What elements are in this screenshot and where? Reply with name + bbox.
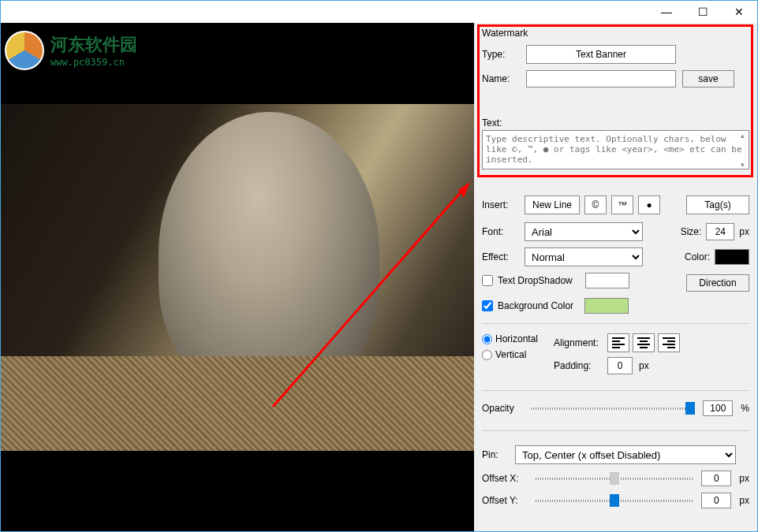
divider-3 <box>482 430 749 431</box>
effect-label: Effect: <box>482 251 520 262</box>
textarea-scroll-down-icon[interactable]: ▾ <box>737 161 748 170</box>
text-color-swatch[interactable] <box>715 249 749 265</box>
font-select[interactable]: Arial <box>525 222 643 241</box>
horizontal-radio[interactable] <box>482 334 492 344</box>
pin-label: Pin: <box>482 449 509 460</box>
save-button[interactable]: save <box>682 70 734 87</box>
offset-y-value[interactable] <box>701 493 731 508</box>
watermark-section-title: Watermark <box>482 28 749 39</box>
offset-x-label: Offset X: <box>482 473 528 484</box>
size-input[interactable] <box>706 223 734 240</box>
type-label: Type: <box>482 49 520 60</box>
minimize-button[interactable]: — <box>648 1 685 23</box>
logo-icon <box>5 31 44 70</box>
text-label: Text: <box>482 117 749 128</box>
bullet-button[interactable]: ● <box>638 195 660 214</box>
preview-image <box>1 104 474 451</box>
padding-label: Padding: <box>554 360 601 371</box>
insert-label: Insert: <box>482 199 520 210</box>
textarea-scroll-up-icon[interactable]: ▴ <box>737 132 748 141</box>
effect-select[interactable]: Normal <box>525 247 643 266</box>
offset-y-slider[interactable] <box>536 493 693 508</box>
close-button[interactable]: ✕ <box>721 1 757 23</box>
direction-button[interactable]: Direction <box>686 274 749 292</box>
type-button[interactable]: Text Banner <box>526 45 676 64</box>
opacity-value[interactable] <box>703 400 733 416</box>
window-titlebar: — ☐ ✕ <box>1 1 757 23</box>
opacity-slider[interactable] <box>531 400 695 416</box>
horizontal-label: Horizontal <box>495 333 538 344</box>
vertical-radio[interactable] <box>482 350 492 360</box>
offset-x-slider[interactable] <box>536 471 693 486</box>
dropshadow-color-swatch[interactable] <box>585 273 629 288</box>
color-label: Color: <box>685 251 710 262</box>
opacity-unit: % <box>741 403 749 414</box>
align-left-button[interactable] <box>607 333 629 352</box>
trademark-button[interactable]: ™ <box>611 195 633 214</box>
newline-button[interactable]: New Line <box>525 195 580 214</box>
padding-input[interactable] <box>607 357 633 374</box>
size-unit: px <box>739 226 749 237</box>
copyright-button[interactable]: © <box>584 195 607 214</box>
bgcolor-swatch[interactable] <box>584 298 629 314</box>
pin-select[interactable]: Top, Center (x offset Disabled) <box>515 445 736 464</box>
divider <box>482 323 749 324</box>
tags-button[interactable]: Tag(s) <box>686 195 749 214</box>
divider-2 <box>482 390 749 391</box>
logo-watermark: 河东软件园 www.pc0359.cn <box>5 27 162 74</box>
padding-unit: px <box>639 360 649 371</box>
dropshadow-checkbox[interactable] <box>482 275 493 286</box>
offset-x-value[interactable] <box>701 471 731 486</box>
bgcolor-checkbox[interactable] <box>482 300 493 311</box>
size-label: Size: <box>681 226 702 237</box>
preview-pane: 河东软件园 www.pc0359.cn <box>1 23 474 531</box>
offset-y-unit: px <box>739 495 749 506</box>
logo-cn-text: 河东软件园 <box>50 33 137 57</box>
settings-panel: Watermark Type: Text Banner Name: save T… <box>474 23 757 531</box>
bgcolor-label: Background Color <box>498 300 573 311</box>
dropshadow-label: Text DropShadow <box>498 275 573 286</box>
offset-y-label: Offset Y: <box>482 495 528 506</box>
logo-url-text: www.pc0359.cn <box>50 57 137 68</box>
name-label: Name: <box>482 73 520 84</box>
vertical-label: Vertical <box>495 349 526 360</box>
watermark-text-input[interactable] <box>482 130 749 169</box>
maximize-button[interactable]: ☐ <box>685 1 721 23</box>
alignment-label: Alignment: <box>554 337 601 348</box>
align-center-button[interactable] <box>633 333 655 352</box>
opacity-label: Opacity <box>482 403 523 414</box>
align-right-button[interactable] <box>658 333 680 352</box>
offset-x-unit: px <box>739 473 749 484</box>
name-input[interactable] <box>526 70 676 87</box>
font-label: Font: <box>482 226 520 237</box>
